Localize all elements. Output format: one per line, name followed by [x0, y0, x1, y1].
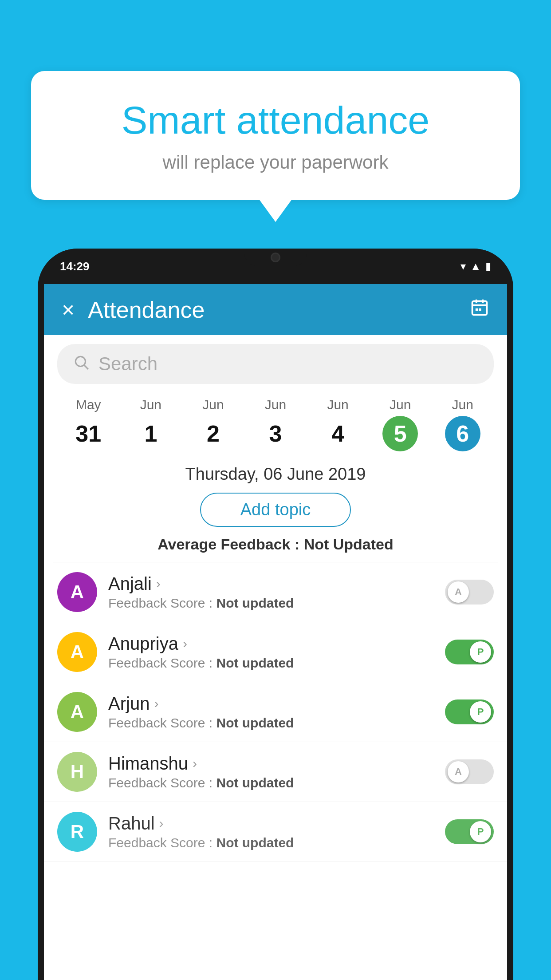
- cal-month-1: Jun: [120, 397, 182, 412]
- svg-point-6: [75, 356, 85, 366]
- phone-frame: 14:29 ▾ ▲ ▮ × Attendance: [38, 249, 513, 980]
- speech-bubble: Smart attendance will replace your paper…: [31, 71, 520, 200]
- avatar-arjun: A: [57, 692, 97, 732]
- calendar-day-0[interactable]: May 31: [57, 397, 120, 451]
- toggle-knob-anupriya: P: [470, 641, 491, 663]
- cal-month-3: Jun: [244, 397, 307, 412]
- student-feedback-arjun: Feedback Score : Not updated: [108, 715, 434, 731]
- battery-icon: ▮: [485, 260, 491, 273]
- student-name-anjali: Anjali ›: [108, 574, 434, 594]
- chevron-icon: ›: [156, 576, 161, 591]
- speech-bubble-container: Smart attendance will replace your paper…: [31, 71, 520, 200]
- calendar-day-2[interactable]: Jun 2: [182, 397, 244, 451]
- avg-feedback-value: Not Updated: [304, 536, 394, 553]
- cal-month-0: May: [57, 397, 120, 412]
- toggle-knob-arjun: P: [470, 701, 491, 723]
- student-info-rahul: Rahul › Feedback Score : Not updated: [108, 814, 434, 850]
- attendance-toggle-anjali[interactable]: A: [445, 580, 494, 605]
- signal-icon: ▲: [470, 260, 481, 273]
- svg-rect-5: [479, 308, 481, 311]
- student-item-arjun[interactable]: A Arjun › Feedback Score : Not updated P: [44, 682, 507, 742]
- phone-notch: [244, 249, 307, 266]
- student-feedback-anupriya: Feedback Score : Not updated: [108, 656, 434, 671]
- student-name-rahul: Rahul ›: [108, 814, 434, 834]
- svg-line-7: [84, 365, 88, 369]
- cal-date-3: 3: [258, 416, 293, 451]
- toggle-knob-himanshu: A: [448, 761, 469, 782]
- cal-date-1: 1: [133, 416, 169, 451]
- status-icons: ▾ ▲ ▮: [460, 260, 491, 273]
- avatar-anjali: A: [57, 572, 97, 612]
- cal-date-6: 6: [445, 416, 480, 451]
- cal-date-5: 5: [382, 416, 418, 451]
- attendance-toggle-arjun[interactable]: P: [445, 699, 494, 724]
- avatar-himanshu: H: [57, 752, 97, 792]
- student-info-arjun: Arjun › Feedback Score : Not updated: [108, 694, 434, 731]
- cal-month-2: Jun: [182, 397, 244, 412]
- selected-date-label: Thursday, 06 June 2019: [44, 465, 507, 484]
- student-feedback-anjali: Feedback Score : Not updated: [108, 596, 434, 611]
- calendar-day-6[interactable]: Jun 6: [431, 397, 494, 451]
- svg-rect-4: [476, 308, 478, 311]
- app-title: Attendance: [88, 296, 470, 323]
- search-icon: [73, 354, 90, 375]
- chevron-icon: ›: [159, 816, 164, 831]
- phone-screen: × Attendance Search: [44, 284, 507, 980]
- cal-month-6: Jun: [431, 397, 494, 412]
- attendance-toggle-anupriya[interactable]: P: [445, 640, 494, 664]
- cal-month-4: Jun: [307, 397, 369, 412]
- student-name-anupriya: Anupriya ›: [108, 634, 434, 654]
- student-feedback-rahul: Feedback Score : Not updated: [108, 835, 434, 850]
- student-name-arjun: Arjun ›: [108, 694, 434, 714]
- avg-feedback-label: Average Feedback :: [157, 536, 299, 553]
- add-topic-button[interactable]: Add topic: [200, 493, 351, 527]
- calendar-day-5[interactable]: Jun 5: [369, 397, 432, 451]
- student-item-himanshu[interactable]: H Himanshu › Feedback Score : Not update…: [44, 742, 507, 802]
- search-placeholder: Search: [98, 353, 157, 375]
- cal-date-2: 2: [195, 416, 231, 451]
- status-time: 14:29: [60, 260, 90, 273]
- chevron-icon: ›: [193, 756, 197, 771]
- student-info-anupriya: Anupriya › Feedback Score : Not updated: [108, 634, 434, 671]
- calendar-day-1[interactable]: Jun 1: [120, 397, 182, 451]
- svg-rect-0: [472, 301, 487, 315]
- cal-month-5: Jun: [369, 397, 432, 412]
- speech-bubble-subtitle: will replace your paperwork: [67, 152, 484, 173]
- chevron-icon: ›: [183, 636, 187, 651]
- cal-date-0: 31: [71, 416, 106, 451]
- calendar-day-3[interactable]: Jun 3: [244, 397, 307, 451]
- calendar-icon[interactable]: [470, 298, 489, 322]
- cal-date-4: 4: [320, 416, 356, 451]
- student-info-anjali: Anjali › Feedback Score : Not updated: [108, 574, 434, 611]
- attendance-toggle-himanshu[interactable]: A: [445, 759, 494, 784]
- speech-bubble-title: Smart attendance: [67, 98, 484, 143]
- student-item-rahul[interactable]: R Rahul › Feedback Score : Not updated P: [44, 802, 507, 862]
- close-button[interactable]: ×: [62, 297, 75, 323]
- wifi-icon: ▾: [460, 260, 466, 273]
- toggle-knob-anjali: A: [448, 581, 469, 603]
- calendar-day-4[interactable]: Jun 4: [307, 397, 369, 451]
- student-item-anjali[interactable]: A Anjali › Feedback Score : Not updated …: [44, 562, 507, 622]
- student-list: A Anjali › Feedback Score : Not updated …: [44, 562, 507, 862]
- avg-feedback: Average Feedback : Not Updated: [44, 536, 507, 553]
- calendar-strip: May 31 Jun 1 Jun 2 Jun 3 Jun 4 Jun 5: [44, 393, 507, 460]
- toggle-knob-rahul: P: [470, 821, 491, 842]
- search-bar[interactable]: Search: [57, 344, 494, 384]
- status-bar: 14:29 ▾ ▲ ▮: [38, 249, 513, 284]
- avatar-rahul: R: [57, 812, 97, 852]
- student-item-anupriya[interactable]: A Anupriya › Feedback Score : Not update…: [44, 622, 507, 682]
- chevron-icon: ›: [154, 696, 158, 711]
- app-header: × Attendance: [44, 284, 507, 335]
- camera-dot: [271, 253, 280, 262]
- avatar-anupriya: A: [57, 632, 97, 672]
- student-feedback-himanshu: Feedback Score : Not updated: [108, 775, 434, 790]
- student-name-himanshu: Himanshu ›: [108, 754, 434, 774]
- attendance-toggle-rahul[interactable]: P: [445, 819, 494, 844]
- student-info-himanshu: Himanshu › Feedback Score : Not updated: [108, 754, 434, 790]
